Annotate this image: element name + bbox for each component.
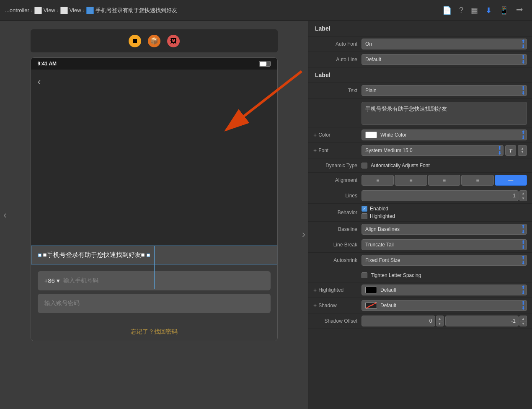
selection-line [154, 246, 155, 289]
nav-arrow-left[interactable]: ‹ [3, 209, 7, 221]
phone-toolbar: ⏹ 📦 🖼 [31, 29, 278, 52]
breadcrumb-label[interactable]: 手机号登录有助于您快速找到好友 [96, 7, 177, 14]
shadow-offset-y-step-down[interactable]: ▼ [519, 321, 527, 326]
shadow-select[interactable]: Default [362, 300, 527, 311]
color-plus-btn[interactable]: + [313, 132, 317, 138]
highlighted-label: Highlighted [370, 213, 395, 219]
breadcrumb-controller[interactable]: ...ontroller [5, 7, 29, 13]
auto-line-select[interactable]: Default [362, 54, 527, 65]
breadcrumb-view2[interactable]: View [70, 7, 81, 13]
phone-icon[interactable]: 📱 [499, 6, 509, 15]
highlighted-select[interactable]: Default [362, 285, 527, 295]
doc-icon[interactable]: 📄 [442, 6, 452, 15]
shadow-offset-x-field[interactable] [362, 316, 435, 326]
font-step-down[interactable]: ▼ [521, 150, 524, 154]
right-panel: Label Auto Font On Off ⬆⬇ Auto Line De [308, 21, 532, 409]
svg-line-1 [226, 71, 302, 130]
lines-label: Lines [313, 193, 362, 199]
autoshrink-select[interactable]: Fixed Font Size [362, 255, 527, 266]
tighten-row: Tighten Letter Spacing [308, 268, 532, 282]
selection-handle-right [147, 254, 150, 257]
dynamic-type-row: Dynamic Type Automatically Adjusts Font [308, 158, 532, 173]
lines-step-down[interactable]: ▼ [519, 196, 527, 201]
highlighted-row: + Highlighted Default ⬆⬇ [308, 282, 532, 298]
shadow-offset-y-step-btns: ▲ ▼ [519, 316, 527, 326]
dynamic-type-content: Automatically Adjusts Font [362, 163, 527, 168]
font-plus-btn[interactable]: + [313, 147, 317, 154]
status-battery [259, 61, 271, 67]
highlighted-plus-btn[interactable]: + [313, 287, 317, 293]
text-content-area[interactable]: 手机号登录有助于您快速找到好友 [362, 102, 527, 125]
font-name-select-wrapper: System Medium 15.0 ⬆⬇ [362, 145, 504, 156]
autoshrink-label: Autoshrink [313, 257, 362, 263]
shadow-plus-btn[interactable]: + [313, 302, 317, 309]
autoshrink-row: Autoshrink Fixed Font Size ⬆⬇ [308, 253, 532, 268]
download-icon[interactable]: ⬇ [486, 6, 492, 15]
align-right-btn[interactable]: ≡ [428, 175, 460, 186]
tighten-checkbox[interactable] [362, 272, 367, 278]
font-name-select[interactable]: System Medium 15.0 [362, 145, 504, 156]
align-justify-btn[interactable]: ≡ [461, 175, 493, 186]
shadow-offset-y-field[interactable] [445, 316, 519, 326]
lines-step-up[interactable]: ▲ [519, 190, 527, 196]
line-break-row: Line Break Truncate Tail ⬆⬇ [308, 237, 532, 253]
dynamic-type-checkbox[interactable] [362, 163, 367, 168]
toolbar-icon-red[interactable]: 🖼 [167, 35, 180, 47]
selected-label-area[interactable]: ■手机号登录有助于您快速找到好友■ [31, 246, 277, 264]
shadow-row: + Shadow Default ⬆⬇ [308, 298, 532, 313]
lines-field[interactable] [362, 190, 519, 201]
toolbar-icon-orange[interactable]: 📦 [148, 35, 160, 47]
baseline-select-wrapper: Align Baselines ⬆⬇ [362, 224, 527, 235]
toolbar-icon-yellow[interactable]: ⏹ [129, 35, 141, 47]
red-arrow-annotation [201, 67, 306, 142]
tighten-content: Tighten Letter Spacing [362, 272, 527, 278]
enabled-checkbox[interactable]: ✓ [362, 206, 367, 212]
behavior-label: Behavior [313, 210, 362, 215]
text-content-row: 手机号登录有助于您快速找到好友 [308, 98, 532, 127]
text-type-row: Text Plain Attributed ⬆⬇ [308, 83, 532, 98]
align-natural-btn[interactable]: — [495, 175, 527, 186]
shadow-offset-x-step-down[interactable]: ▼ [436, 321, 444, 326]
back-arrow[interactable]: ‹ [38, 76, 41, 88]
highlighted-label-area: + Highlighted [313, 287, 362, 293]
auto-line-row: Auto Line Default ⬆⬇ [308, 52, 532, 67]
align-center-btn[interactable]: ≡ [395, 175, 427, 186]
inspector-icon[interactable]: ▦ [471, 6, 478, 15]
font-stepper[interactable]: ▲ ▼ [518, 145, 527, 156]
password-field[interactable]: 输入账号密码 [38, 294, 271, 313]
color-select-wrapper: White Color ⬆⬇ [362, 129, 527, 140]
behavior-row: Behavior ✓ Enabled Highlighted [308, 204, 532, 222]
question-icon[interactable]: ? [459, 6, 463, 15]
color-select[interactable]: White Color [362, 129, 527, 140]
selection-handle-left [38, 254, 41, 257]
breadcrumb-view1[interactable]: View [44, 7, 55, 13]
shadow-value: Default [380, 303, 396, 308]
main-area: ⏹ 📦 🖼 ‹ 9:41 AM ‹ [0, 21, 532, 409]
alignment-buttons: ≡ ≡ ≡ ≡ — [362, 175, 527, 186]
text-type-select[interactable]: Plain Attributed [362, 85, 527, 96]
canvas-area: ⏹ 📦 🖼 ‹ 9:41 AM ‹ [0, 21, 308, 409]
highlighted-checkbox[interactable] [362, 213, 367, 219]
color-label-area: + Color [313, 132, 362, 138]
shadow-offset-y-step-up[interactable]: ▲ [519, 316, 527, 321]
status-time: 9:41 AM [38, 61, 57, 67]
forward-icon[interactable]: ⮕ [516, 6, 524, 15]
shadow-offset-x-step-up[interactable]: ▲ [436, 316, 444, 321]
baseline-select[interactable]: Align Baselines [362, 224, 527, 235]
auto-font-select[interactable]: On Off [362, 39, 527, 49]
shadow-offset-y-stepper: ▲ ▼ [445, 316, 527, 326]
text-type-select-wrapper: Plain Attributed ⬆⬇ [362, 85, 527, 96]
line-break-select[interactable]: Truncate Tail [362, 239, 527, 250]
font-T-button[interactable]: T [505, 145, 516, 156]
forgot-password-link[interactable]: 忘记了？找回密码 [31, 323, 277, 341]
battery-fill [260, 62, 267, 66]
panel-section-label-2: Label [308, 67, 532, 83]
behavior-items: ✓ Enabled Highlighted [362, 206, 527, 219]
align-left-btn[interactable]: ≡ [362, 175, 394, 186]
baseline-label: Baseline [313, 226, 362, 232]
nav-arrow-right[interactable]: › [302, 228, 305, 240]
shadow-offset-x-stepper: ▲ ▼ [362, 316, 444, 326]
label-icon [86, 7, 94, 14]
autoshrink-select-wrapper: Fixed Font Size ⬆⬇ [362, 255, 527, 266]
label-display-text: ■手机号登录有助于您快速找到好友■ [43, 251, 145, 259]
